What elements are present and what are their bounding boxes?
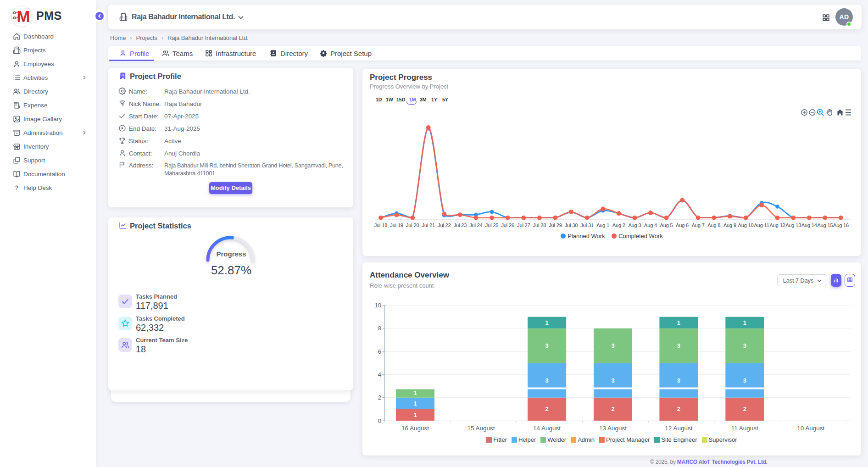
svg-text:Aug 3: Aug 3 <box>628 222 641 228</box>
svg-text:2: 2 <box>378 394 381 401</box>
svg-text:1: 1 <box>677 319 680 326</box>
svg-text:Jul 18: Jul 18 <box>374 222 387 228</box>
svg-text:Aug 12: Aug 12 <box>770 222 785 228</box>
svg-text:Aug 7: Aug 7 <box>692 222 705 228</box>
svg-text:3: 3 <box>677 377 680 384</box>
svg-text:8: 8 <box>378 325 381 332</box>
svg-text:3: 3 <box>545 377 548 384</box>
svg-text:1: 1 <box>413 389 417 396</box>
svg-text:Jul 19: Jul 19 <box>390 222 403 228</box>
svg-text:13 August: 13 August <box>599 425 627 432</box>
svg-text:3: 3 <box>743 342 746 349</box>
svg-text:16 August: 16 August <box>401 425 429 432</box>
svg-text:0: 0 <box>378 417 381 424</box>
svg-text:1: 1 <box>545 319 548 326</box>
svg-text:2: 2 <box>743 406 746 412</box>
svg-text:1: 1 <box>413 400 417 407</box>
svg-text:12 August: 12 August <box>665 425 692 432</box>
svg-text:11 August: 11 August <box>731 425 758 432</box>
svg-text:1: 1 <box>743 319 746 326</box>
svg-text:Aug 10: Aug 10 <box>738 222 754 228</box>
svg-text:10: 10 <box>375 302 381 309</box>
svg-text:6: 6 <box>378 348 381 355</box>
svg-text:10 August: 10 August <box>797 425 824 432</box>
svg-text:3: 3 <box>677 342 680 349</box>
svg-text:Jul 24: Jul 24 <box>469 222 482 228</box>
svg-text:3: 3 <box>743 377 746 384</box>
svg-text:Jul 23: Jul 23 <box>454 222 467 228</box>
svg-text:15 August: 15 August <box>467 425 495 432</box>
svg-text:Jul 20: Jul 20 <box>406 222 419 228</box>
svg-text:3: 3 <box>545 342 548 349</box>
svg-text:Jul 29: Jul 29 <box>549 222 562 228</box>
svg-text:Jul 31: Jul 31 <box>580 222 593 228</box>
svg-text:2: 2 <box>677 406 680 412</box>
svg-text:Aug 16: Aug 16 <box>833 222 849 228</box>
svg-text:Aug 15: Aug 15 <box>817 222 833 228</box>
svg-text:2: 2 <box>545 406 548 412</box>
svg-text:Aug 14: Aug 14 <box>801 222 817 228</box>
svg-text:Aug 8: Aug 8 <box>707 222 720 228</box>
svg-text:Jul 28: Jul 28 <box>533 222 546 228</box>
svg-text:Jul 27: Jul 27 <box>517 222 530 228</box>
svg-text:Jul 26: Jul 26 <box>501 222 514 228</box>
svg-text:4: 4 <box>378 371 381 378</box>
svg-text:Aug 9: Aug 9 <box>723 222 736 228</box>
svg-text:Aug 6: Aug 6 <box>676 222 689 228</box>
svg-text:Jul 21: Jul 21 <box>422 222 435 228</box>
svg-text:Aug 5: Aug 5 <box>660 222 673 228</box>
svg-text:Aug 4: Aug 4 <box>644 222 657 228</box>
svg-text:Jul 25: Jul 25 <box>485 222 498 228</box>
svg-text:1: 1 <box>413 411 417 418</box>
svg-text:14 August: 14 August <box>533 425 561 432</box>
svg-text:Aug 1: Aug 1 <box>596 222 609 228</box>
svg-text:Aug 13: Aug 13 <box>785 222 801 228</box>
svg-text:2: 2 <box>611 406 614 412</box>
svg-text:Aug 2: Aug 2 <box>612 222 625 228</box>
svg-text:Jul 30: Jul 30 <box>565 222 578 228</box>
svg-text:3: 3 <box>611 342 614 349</box>
svg-text:Jul 22: Jul 22 <box>438 222 451 228</box>
svg-text:3: 3 <box>611 377 614 384</box>
svg-text:Aug 11: Aug 11 <box>754 222 769 228</box>
